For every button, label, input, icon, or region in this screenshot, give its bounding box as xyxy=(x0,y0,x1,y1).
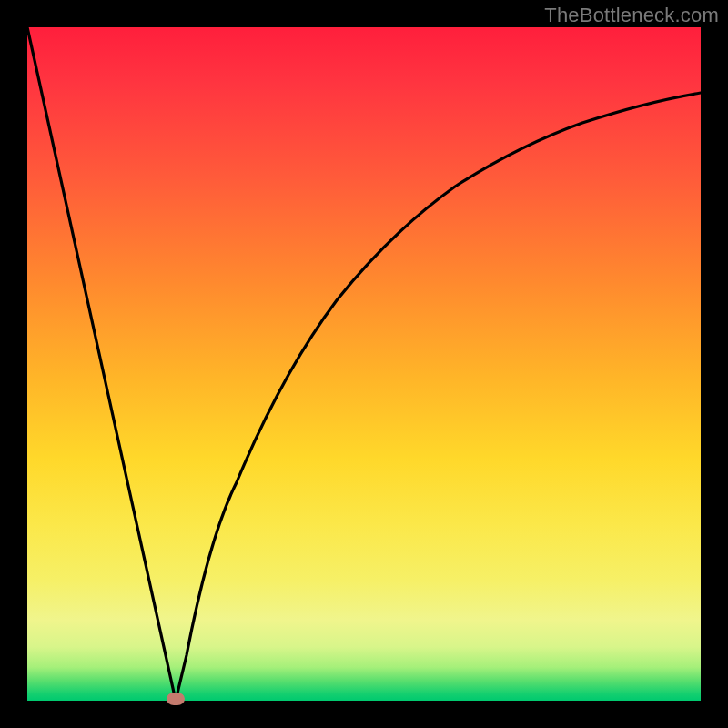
curve-right-branch xyxy=(176,93,701,701)
chart-frame: TheBottleneck.com xyxy=(0,0,728,728)
bottleneck-curve xyxy=(27,27,701,701)
plot-area xyxy=(27,27,701,701)
optimal-point-marker xyxy=(167,693,185,705)
watermark-text: TheBottleneck.com xyxy=(544,4,719,27)
curve-left-branch xyxy=(27,27,176,701)
